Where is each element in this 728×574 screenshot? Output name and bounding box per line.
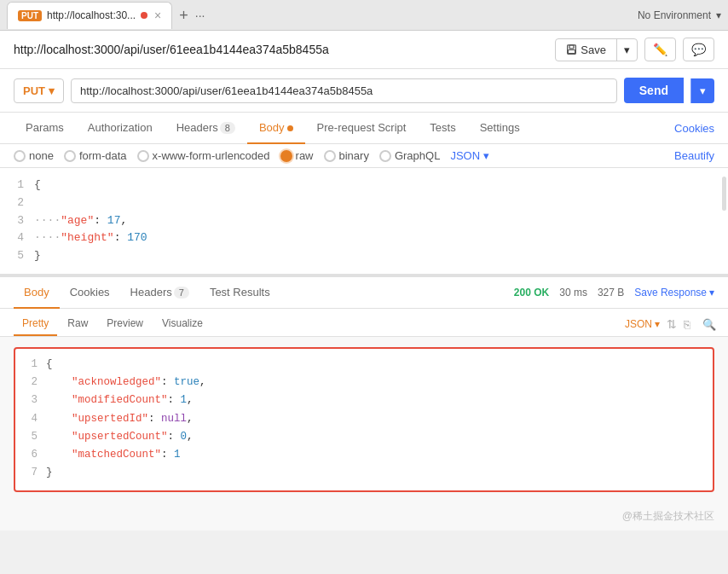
response-format-controls: JSON ▾ ⇅ ⎘ 🔍 bbox=[625, 317, 714, 331]
tab-settings[interactable]: Settings bbox=[468, 113, 532, 144]
filter-icon[interactable]: ⇅ bbox=[667, 317, 677, 331]
tab-close-button[interactable]: × bbox=[154, 9, 161, 22]
environment-selector[interactable]: No Environment ▾ bbox=[638, 9, 721, 21]
save-response-label: Save Response bbox=[634, 287, 707, 299]
tab-authorization[interactable]: Authorization bbox=[76, 113, 165, 144]
response-status-bar: 200 OK 30 ms 327 B Save Response ▾ bbox=[514, 287, 714, 299]
tab-prerequest[interactable]: Pre-request Script bbox=[305, 113, 419, 144]
save-button[interactable]: Save ▾ bbox=[555, 38, 638, 61]
response-time: 30 ms bbox=[559, 287, 587, 299]
send-dropdown[interactable]: ▾ bbox=[690, 78, 714, 103]
env-arrow: ▾ bbox=[716, 9, 721, 21]
tab-headers[interactable]: Headers8 bbox=[165, 113, 247, 144]
method-selector[interactable]: PUT ▾ bbox=[14, 78, 64, 103]
response-section: Body Cookies Headers7 Test Results 200 O… bbox=[0, 277, 728, 531]
radio-none[interactable]: none bbox=[14, 149, 54, 162]
response-size: 327 B bbox=[598, 287, 624, 299]
save-dropdown[interactable]: ▾ bbox=[616, 39, 637, 61]
code-line-1: 1 { bbox=[0, 177, 728, 194]
response-tabs-bar: Body Cookies Headers7 Test Results 200 O… bbox=[0, 277, 728, 309]
rc-tab-raw[interactable]: Raw bbox=[59, 312, 96, 336]
rc-tab-pretty[interactable]: Pretty bbox=[14, 312, 57, 336]
svg-rect-2 bbox=[569, 49, 575, 53]
radio-urlencoded-dot bbox=[137, 150, 149, 162]
json-arrow: ▾ bbox=[483, 149, 489, 162]
resp-tab-body[interactable]: Body bbox=[14, 277, 60, 309]
save-response-button[interactable]: Save Response ▾ bbox=[634, 287, 714, 299]
rj-line-6: 6 "matchedCount": 1 bbox=[15, 446, 713, 464]
radio-form-data-dot bbox=[64, 150, 76, 162]
rj-line-2: 2 "acknowledged": true, bbox=[15, 374, 713, 391]
url-bar: http://localhost:3000/api/user/61eea1b41… bbox=[0, 31, 728, 69]
save-response-arrow: ▾ bbox=[709, 287, 714, 299]
rj-line-5: 5 "upsertedCount": 0, bbox=[15, 428, 713, 446]
active-tab[interactable]: PUT http://localhost:30... × bbox=[7, 2, 172, 29]
radio-graphql[interactable]: GraphQL bbox=[379, 149, 440, 162]
edit-button[interactable]: ✏️ bbox=[644, 38, 676, 61]
radio-raw[interactable]: raw bbox=[280, 149, 314, 162]
response-json-arrow: ▾ bbox=[655, 318, 660, 330]
code-line-2: 2 bbox=[0, 194, 728, 212]
search-icon[interactable]: 🔍 bbox=[702, 318, 714, 330]
json-selector[interactable]: JSON ▾ bbox=[450, 149, 489, 162]
request-bar: PUT ▾ Send ▾ bbox=[0, 69, 728, 113]
response-json-viewer: 1 { 2 "acknowledged": true, 3 "modifiedC… bbox=[14, 347, 714, 492]
comment-button[interactable]: 💬 bbox=[683, 38, 714, 61]
env-label: No Environment bbox=[638, 9, 711, 21]
radio-form-data[interactable]: form-data bbox=[64, 149, 127, 162]
svg-rect-1 bbox=[569, 44, 574, 48]
radio-raw-dot bbox=[280, 150, 292, 162]
request-tabs-nav: Params Authorization Headers8 Body Pre-r… bbox=[0, 113, 728, 144]
tab-more-button[interactable]: ··· bbox=[195, 9, 205, 22]
radio-none-label: none bbox=[29, 149, 54, 162]
save-main[interactable]: Save bbox=[556, 39, 616, 61]
radio-form-data-label: form-data bbox=[79, 149, 127, 162]
code-line-5: 5 } bbox=[0, 247, 728, 265]
cookies-button[interactable]: Cookies bbox=[674, 122, 714, 135]
radio-urlencoded[interactable]: x-www-form-urlencoded bbox=[137, 149, 270, 162]
body-type-bar: none form-data x-www-form-urlencoded raw… bbox=[0, 144, 728, 168]
save-icon bbox=[566, 44, 577, 55]
rc-tab-visualize[interactable]: Visualize bbox=[153, 312, 211, 336]
resp-tab-headers[interactable]: Headers7 bbox=[120, 277, 199, 309]
url-bar-actions: Save ▾ ✏️ 💬 bbox=[555, 38, 714, 61]
resp-tab-cookies[interactable]: Cookies bbox=[60, 277, 120, 309]
browser-tab-bar: PUT http://localhost:30... × + ··· No En… bbox=[0, 0, 728, 31]
code-line-3: 3 ····"age": 17, bbox=[0, 212, 728, 230]
radio-none-dot bbox=[14, 150, 26, 162]
tab-method: PUT bbox=[18, 10, 42, 21]
response-content-tabs: Pretty Raw Preview Visualize JSON ▾ ⇅ ⎘ … bbox=[0, 309, 728, 337]
method-label: PUT bbox=[23, 84, 45, 97]
editor-scrollbar[interactable] bbox=[722, 177, 726, 211]
save-label: Save bbox=[581, 43, 606, 56]
new-tab-button[interactable]: + bbox=[179, 8, 188, 23]
json-label: JSON bbox=[450, 149, 480, 162]
rj-line-3: 3 "modifiedCount": 1, bbox=[15, 391, 713, 409]
beautify-button[interactable]: Beautify bbox=[674, 149, 714, 162]
send-button[interactable]: Send bbox=[624, 78, 684, 103]
request-body-editor[interactable]: 1 { 2 3 ····"age": 17, 4 ····"height": 1… bbox=[0, 168, 728, 277]
rj-line-1: 1 { bbox=[15, 356, 713, 374]
resp-tab-test-results[interactable]: Test Results bbox=[199, 277, 280, 309]
copy-icon[interactable]: ⎘ bbox=[684, 318, 696, 330]
tab-tests[interactable]: Tests bbox=[418, 113, 467, 144]
tab-unsaved-dot bbox=[141, 12, 147, 19]
radio-binary-label: binary bbox=[339, 149, 369, 162]
rj-line-4: 4 "upsertedId": null, bbox=[15, 410, 713, 428]
tab-params[interactable]: Params bbox=[14, 113, 76, 144]
status-code: 200 OK bbox=[514, 287, 549, 299]
response-json-label: JSON bbox=[625, 318, 652, 330]
radio-binary[interactable]: binary bbox=[324, 149, 369, 162]
method-arrow: ▾ bbox=[49, 84, 55, 97]
url-display: http://localhost:3000/api/user/61eea1b41… bbox=[14, 43, 329, 56]
radio-graphql-dot bbox=[379, 150, 391, 162]
rc-tab-preview[interactable]: Preview bbox=[98, 312, 152, 336]
code-line-4: 4 ····"height": 170 bbox=[0, 229, 728, 247]
radio-graphql-label: GraphQL bbox=[395, 149, 440, 162]
url-input[interactable] bbox=[71, 78, 617, 103]
tab-body[interactable]: Body bbox=[247, 113, 305, 144]
rj-line-7: 7 } bbox=[15, 464, 713, 482]
radio-binary-dot bbox=[324, 150, 336, 162]
radio-urlencoded-label: x-www-form-urlencoded bbox=[153, 149, 270, 162]
response-json-selector[interactable]: JSON ▾ bbox=[625, 318, 660, 330]
